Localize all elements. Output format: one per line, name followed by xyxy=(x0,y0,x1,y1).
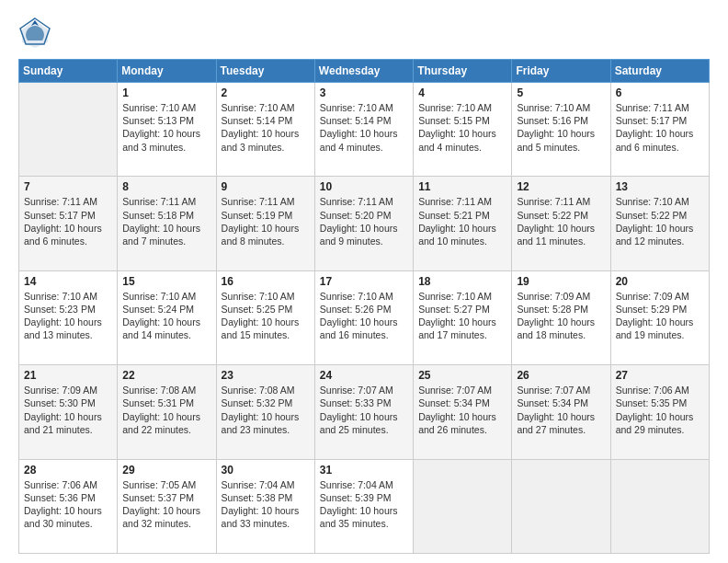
calendar-cell: 21Sunrise: 7:09 AM Sunset: 5:30 PM Dayli… xyxy=(19,365,118,459)
day-info: Sunrise: 7:11 AM Sunset: 5:21 PM Dayligh… xyxy=(418,195,506,247)
day-header-wednesday: Wednesday xyxy=(314,60,413,83)
day-number: 23 xyxy=(222,369,310,382)
day-number: 18 xyxy=(418,275,506,288)
day-header-monday: Monday xyxy=(118,60,216,83)
calendar-cell: 17Sunrise: 7:10 AM Sunset: 5:26 PM Dayli… xyxy=(314,270,413,364)
day-number: 17 xyxy=(320,275,408,288)
day-header-friday: Friday xyxy=(512,60,610,83)
day-number: 4 xyxy=(418,86,506,99)
day-info: Sunrise: 7:10 AM Sunset: 5:15 PM Dayligh… xyxy=(418,101,506,154)
calendar-cell: 19Sunrise: 7:09 AM Sunset: 5:28 PM Dayli… xyxy=(512,270,610,364)
day-number: 10 xyxy=(320,180,408,193)
day-info: Sunrise: 7:06 AM Sunset: 5:35 PM Dayligh… xyxy=(616,384,704,436)
day-info: Sunrise: 7:07 AM Sunset: 5:34 PM Dayligh… xyxy=(517,384,605,436)
day-info: Sunrise: 7:06 AM Sunset: 5:36 PM Dayligh… xyxy=(24,478,112,531)
day-info: Sunrise: 7:10 AM Sunset: 5:14 PM Dayligh… xyxy=(320,101,408,154)
calendar-cell: 26Sunrise: 7:07 AM Sunset: 5:34 PM Dayli… xyxy=(512,365,610,459)
day-number: 26 xyxy=(517,369,605,382)
day-number: 16 xyxy=(222,275,310,288)
day-number: 21 xyxy=(24,369,112,382)
day-number: 13 xyxy=(616,180,704,193)
day-info: Sunrise: 7:08 AM Sunset: 5:31 PM Dayligh… xyxy=(122,384,210,436)
calendar-cell: 30Sunrise: 7:04 AM Sunset: 5:38 PM Dayli… xyxy=(216,459,314,553)
calendar-cell: 6Sunrise: 7:11 AM Sunset: 5:17 PM Daylig… xyxy=(610,83,709,177)
calendar-cell: 22Sunrise: 7:08 AM Sunset: 5:31 PM Dayli… xyxy=(118,365,216,459)
calendar-cell: 10Sunrise: 7:11 AM Sunset: 5:20 PM Dayli… xyxy=(314,177,413,270)
calendar-cell: 15Sunrise: 7:10 AM Sunset: 5:24 PM Dayli… xyxy=(118,270,216,364)
calendar-cell: 13Sunrise: 7:10 AM Sunset: 5:22 PM Dayli… xyxy=(610,177,709,270)
calendar-cell: 4Sunrise: 7:10 AM Sunset: 5:15 PM Daylig… xyxy=(414,83,512,177)
day-info: Sunrise: 7:09 AM Sunset: 5:30 PM Dayligh… xyxy=(24,384,112,436)
calendar-week-row: 1Sunrise: 7:10 AM Sunset: 5:13 PM Daylig… xyxy=(19,83,710,177)
calendar-week-row: 7Sunrise: 7:11 AM Sunset: 5:17 PM Daylig… xyxy=(19,177,710,270)
day-info: Sunrise: 7:10 AM Sunset: 5:27 PM Dayligh… xyxy=(418,290,506,342)
day-number: 9 xyxy=(222,180,310,193)
day-info: Sunrise: 7:10 AM Sunset: 5:25 PM Dayligh… xyxy=(222,290,310,342)
logo xyxy=(18,17,55,50)
calendar-cell: 20Sunrise: 7:09 AM Sunset: 5:29 PM Dayli… xyxy=(610,270,709,364)
day-number: 29 xyxy=(122,464,210,477)
day-info: Sunrise: 7:10 AM Sunset: 5:24 PM Dayligh… xyxy=(122,290,210,342)
day-number: 20 xyxy=(616,275,704,288)
day-number: 2 xyxy=(222,86,310,99)
day-header-tuesday: Tuesday xyxy=(216,60,314,83)
day-number: 27 xyxy=(616,369,704,382)
calendar-cell: 7Sunrise: 7:11 AM Sunset: 5:17 PM Daylig… xyxy=(19,177,118,270)
calendar-cell: 18Sunrise: 7:10 AM Sunset: 5:27 PM Dayli… xyxy=(414,270,512,364)
day-header-sunday: Sunday xyxy=(19,60,118,83)
calendar-cell: 16Sunrise: 7:10 AM Sunset: 5:25 PM Dayli… xyxy=(216,270,314,364)
calendar-table: SundayMondayTuesdayWednesdayThursdayFrid… xyxy=(18,59,710,554)
day-info: Sunrise: 7:10 AM Sunset: 5:22 PM Dayligh… xyxy=(616,195,704,247)
calendar-cell: 3Sunrise: 7:10 AM Sunset: 5:14 PM Daylig… xyxy=(314,83,413,177)
day-number: 5 xyxy=(517,86,605,99)
day-number: 14 xyxy=(24,275,112,288)
calendar-cell: 27Sunrise: 7:06 AM Sunset: 5:35 PM Dayli… xyxy=(610,365,709,459)
day-info: Sunrise: 7:11 AM Sunset: 5:18 PM Dayligh… xyxy=(122,195,210,247)
calendar-cell: 8Sunrise: 7:11 AM Sunset: 5:18 PM Daylig… xyxy=(118,177,216,270)
day-number: 6 xyxy=(616,86,704,99)
day-info: Sunrise: 7:07 AM Sunset: 5:33 PM Dayligh… xyxy=(320,384,408,436)
day-info: Sunrise: 7:09 AM Sunset: 5:28 PM Dayligh… xyxy=(517,290,605,342)
day-number: 30 xyxy=(222,464,310,477)
day-number: 15 xyxy=(122,275,210,288)
day-header-saturday: Saturday xyxy=(610,60,709,83)
calendar-cell: 11Sunrise: 7:11 AM Sunset: 5:21 PM Dayli… xyxy=(414,177,512,270)
day-number: 11 xyxy=(418,180,506,193)
day-info: Sunrise: 7:11 AM Sunset: 5:22 PM Dayligh… xyxy=(517,195,605,247)
calendar-cell xyxy=(512,459,610,553)
day-info: Sunrise: 7:04 AM Sunset: 5:39 PM Dayligh… xyxy=(320,478,408,531)
day-info: Sunrise: 7:11 AM Sunset: 5:17 PM Dayligh… xyxy=(24,195,112,247)
calendar-cell: 25Sunrise: 7:07 AM Sunset: 5:34 PM Dayli… xyxy=(414,365,512,459)
day-info: Sunrise: 7:11 AM Sunset: 5:20 PM Dayligh… xyxy=(320,195,408,247)
calendar-cell: 29Sunrise: 7:05 AM Sunset: 5:37 PM Dayli… xyxy=(118,459,216,553)
day-info: Sunrise: 7:10 AM Sunset: 5:16 PM Dayligh… xyxy=(517,101,605,154)
calendar-cell: 23Sunrise: 7:08 AM Sunset: 5:32 PM Dayli… xyxy=(216,365,314,459)
calendar-week-row: 14Sunrise: 7:10 AM Sunset: 5:23 PM Dayli… xyxy=(19,270,710,364)
day-number: 1 xyxy=(122,86,210,99)
day-number: 7 xyxy=(24,180,112,193)
day-number: 3 xyxy=(320,86,408,99)
calendar-week-row: 21Sunrise: 7:09 AM Sunset: 5:30 PM Dayli… xyxy=(19,365,710,459)
calendar-week-row: 28Sunrise: 7:06 AM Sunset: 5:36 PM Dayli… xyxy=(19,459,710,553)
day-number: 31 xyxy=(320,464,408,477)
calendar-cell: 24Sunrise: 7:07 AM Sunset: 5:33 PM Dayli… xyxy=(314,365,413,459)
day-number: 22 xyxy=(122,369,210,382)
day-info: Sunrise: 7:11 AM Sunset: 5:19 PM Dayligh… xyxy=(222,195,310,247)
calendar-cell: 14Sunrise: 7:10 AM Sunset: 5:23 PM Dayli… xyxy=(19,270,118,364)
calendar-cell xyxy=(19,83,118,177)
header xyxy=(18,17,710,50)
day-info: Sunrise: 7:08 AM Sunset: 5:32 PM Dayligh… xyxy=(222,384,310,436)
calendar-cell: 9Sunrise: 7:11 AM Sunset: 5:19 PM Daylig… xyxy=(216,177,314,270)
calendar-cell: 28Sunrise: 7:06 AM Sunset: 5:36 PM Dayli… xyxy=(19,459,118,553)
day-info: Sunrise: 7:11 AM Sunset: 5:17 PM Dayligh… xyxy=(616,101,704,154)
day-info: Sunrise: 7:10 AM Sunset: 5:26 PM Dayligh… xyxy=(320,290,408,342)
calendar-cell: 5Sunrise: 7:10 AM Sunset: 5:16 PM Daylig… xyxy=(512,83,610,177)
day-info: Sunrise: 7:05 AM Sunset: 5:37 PM Dayligh… xyxy=(122,478,210,531)
day-number: 28 xyxy=(24,464,112,477)
calendar-cell: 31Sunrise: 7:04 AM Sunset: 5:39 PM Dayli… xyxy=(314,459,413,553)
day-info: Sunrise: 7:10 AM Sunset: 5:13 PM Dayligh… xyxy=(122,101,210,154)
calendar-cell: 2Sunrise: 7:10 AM Sunset: 5:14 PM Daylig… xyxy=(216,83,314,177)
day-number: 24 xyxy=(320,369,408,382)
day-info: Sunrise: 7:10 AM Sunset: 5:14 PM Dayligh… xyxy=(222,101,310,154)
day-number: 12 xyxy=(517,180,605,193)
